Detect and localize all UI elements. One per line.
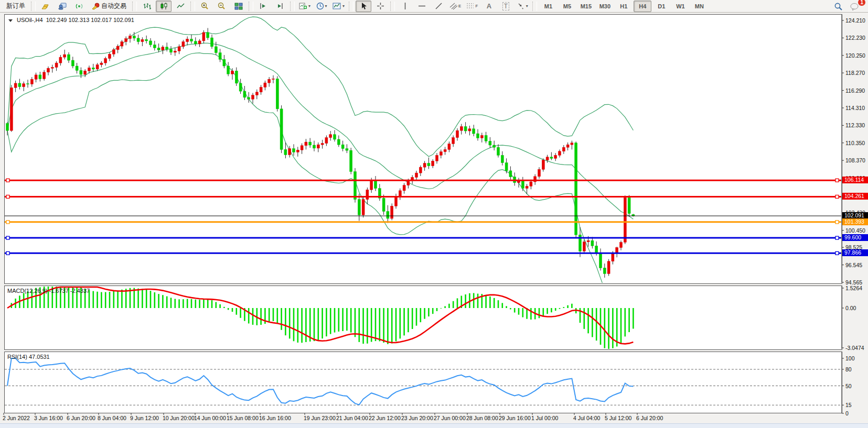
macd-label: MACD(12,26,9) -1.6737 -2.4337 <box>7 288 90 294</box>
time-axis-tick: 8 Jun 04:00 <box>98 415 126 421</box>
time-axis-tick: 23 Jun 20:00 <box>401 415 433 421</box>
price-axis-tick: 108.370 <box>845 157 865 163</box>
symbol-name: USOil-,H4 <box>17 17 43 23</box>
timeframe-group: M1M5M15M30H1H4D1W1MN <box>539 1 709 12</box>
new-order-button[interactable]: 新订单 <box>3 1 29 12</box>
auto-trading-button[interactable]: 自动交易 <box>88 1 130 12</box>
toolbar-grip <box>31 2 36 11</box>
search-icon[interactable] <box>830 1 846 12</box>
price-axis-tick: 124.210 <box>845 17 865 24</box>
text-tool-icon[interactable]: A <box>481 1 497 12</box>
period-dropdown[interactable]: ▾ <box>314 1 329 12</box>
time-axis-tick: 21 Jun 04:00 <box>336 415 368 421</box>
fibo-letter: F <box>475 4 478 8</box>
horizontal-line-tool-icon[interactable] <box>414 1 430 12</box>
signals-icon[interactable] <box>71 1 87 12</box>
price-line-flag: 101.393 <box>842 218 868 225</box>
price-chart-panel[interactable] <box>4 14 842 284</box>
text-tool-letter: A <box>487 2 491 10</box>
timeframe-button-h4[interactable]: H4 <box>634 1 651 12</box>
price-axis-tick: 118.270 <box>845 70 865 76</box>
ohlc-readout: 102.249 102.313 102.017 102.091 <box>46 17 134 23</box>
rsi-panel[interactable] <box>4 352 842 413</box>
chevron-down-icon: ▾ <box>308 4 310 8</box>
cursor-tool-icon[interactable] <box>356 1 371 12</box>
rsi-title: RSI(14) <box>7 354 27 360</box>
arrows-dropdown[interactable]: ▾ <box>515 1 530 12</box>
time-axis-tick: 9 Jun 12:00 <box>130 415 159 421</box>
time-axis-tick: 16 Jun 16:00 <box>259 415 291 421</box>
time-axis-tick: 4 Jul 04:00 <box>573 415 600 421</box>
price-axis-tick: 110.350 <box>845 140 865 146</box>
vertical-line-tool-icon[interactable] <box>397 1 413 12</box>
macd-axis-tick: 1.5264 <box>845 285 862 291</box>
candlestick-chart-icon[interactable] <box>156 1 172 12</box>
macd-title: MACD(12,26,9) <box>7 288 47 294</box>
terminal-user-icon[interactable] <box>55 1 70 12</box>
price-line-flag: 106.114 <box>842 177 868 183</box>
new-chart-dropdown[interactable]: ▾ <box>297 1 313 12</box>
symbol-dropdown-icon[interactable] <box>8 19 13 22</box>
time-axis-tick: 14 Jun 00:00 <box>194 415 226 421</box>
timeframe-button-mn[interactable]: MN <box>690 1 708 12</box>
time-axis-tick: 3 Jun 16:00 <box>34 415 63 421</box>
fibonacci-tool-icon[interactable]: F <box>464 1 480 12</box>
rsi-axis-tick: 50 <box>845 383 852 389</box>
line-chart-icon[interactable] <box>173 1 188 12</box>
tile-windows-icon[interactable] <box>231 1 247 12</box>
timeframe-button-m30[interactable]: M30 <box>596 1 614 12</box>
price-axis-tick: 100.450 <box>845 227 865 234</box>
time-axis-tick: 10 Jun 20:00 <box>163 415 195 421</box>
toolbar-grip <box>532 2 537 11</box>
rsi-axis-tick: 15 <box>845 402 852 408</box>
timeframe-button-h1[interactable]: H1 <box>615 1 633 12</box>
template-dropdown[interactable]: ▾ <box>330 1 347 12</box>
time-axis-tick: 27 Jun 00:00 <box>434 415 466 421</box>
price-line-flag: 104.261 <box>842 193 868 200</box>
timeframe-button-w1[interactable]: W1 <box>671 1 689 12</box>
auto-scroll-icon[interactable] <box>255 1 271 12</box>
toolbar-grip <box>290 2 295 11</box>
window-bottom-strip <box>0 423 868 428</box>
timeframe-button-d1[interactable]: D1 <box>652 1 670 12</box>
toolbar-grip <box>349 2 353 11</box>
macd-axis-tick: 0.00 <box>845 305 856 311</box>
rsi-axis-tick: 80 <box>845 366 852 372</box>
price-axis-tick: 96.545 <box>845 262 862 268</box>
timeframe-button-m5[interactable]: M5 <box>558 1 576 12</box>
time-axis-tick: 22 Jun 12:00 <box>369 415 401 421</box>
timeframe-button-m15[interactable]: M15 <box>577 1 595 12</box>
toolbar-grip <box>132 2 137 11</box>
time-axis-tick: 19 Jun 23:00 <box>304 415 336 421</box>
channel-letter: E <box>458 4 461 8</box>
time-axis-tick: 28 Jun 08:00 <box>466 415 498 421</box>
time-axis-tick: 6 Jul 20:00 <box>636 415 663 421</box>
chart-shift-icon[interactable] <box>272 1 288 12</box>
ingot-icon[interactable] <box>38 1 53 12</box>
time-axis-tick: 6 Jun 20:00 <box>67 415 95 421</box>
chevron-down-icon: ▾ <box>526 4 528 8</box>
macd-panel[interactable] <box>4 286 842 350</box>
bar-chart-icon[interactable] <box>139 1 155 12</box>
rsi-label: RSI(14) 47.0531 <box>7 354 50 360</box>
time-axis-tick: 1 Jul 00:00 <box>531 415 558 421</box>
rsi-value: 47.0531 <box>29 354 50 360</box>
zoom-in-icon[interactable] <box>197 1 213 12</box>
channel-tool-icon[interactable]: E <box>447 1 463 12</box>
crosshair-tool-icon[interactable] <box>372 1 388 12</box>
main-toolbar: 新订单 自动交易 ▾ ▾ <box>0 0 868 13</box>
zoom-out-icon[interactable] <box>214 1 230 12</box>
macd-values: -1.6737 -2.4337 <box>49 288 90 294</box>
price-axis-tick: 114.310 <box>845 105 865 111</box>
toolbar-grip <box>390 2 395 11</box>
auto-trading-icon <box>92 3 100 10</box>
time-axis-tick: 15 Jun 08:00 <box>227 415 259 421</box>
label-tool-icon[interactable]: T <box>498 1 513 12</box>
trendline-tool-icon[interactable] <box>431 1 446 12</box>
time-axis-tick: 5 Jul 12:00 <box>605 415 631 421</box>
rsi-axis-tick: 0 <box>845 410 849 416</box>
chart-title: USOil-,H4 102.249 102.313 102.017 102.09… <box>8 17 134 23</box>
timeframe-button-m1[interactable]: M1 <box>539 1 557 12</box>
notifications-chat-icon[interactable]: 1 <box>847 1 863 12</box>
time-axis-tick: 2 Jun 2022 <box>3 415 30 421</box>
